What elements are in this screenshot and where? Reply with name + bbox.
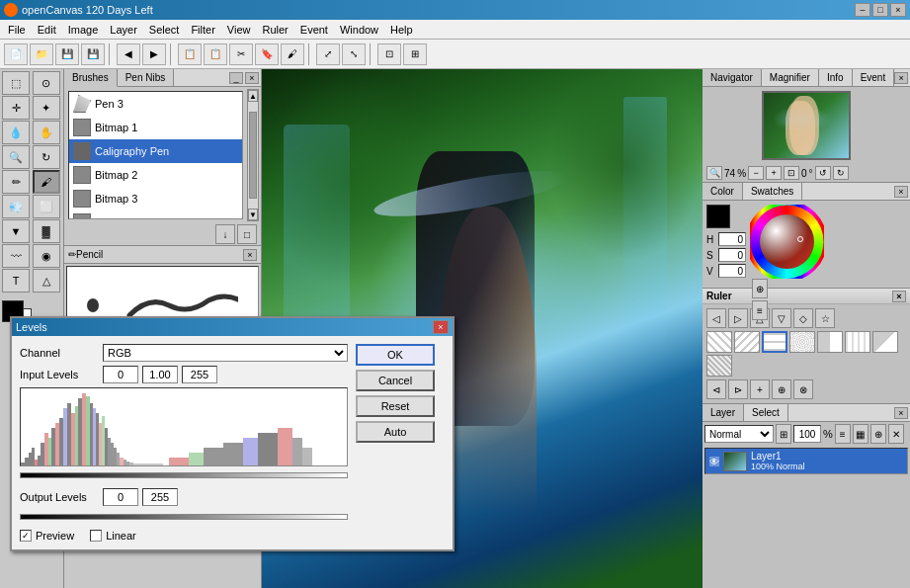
tool-text[interactable]: T [2, 269, 30, 293]
layer-icon-4[interactable]: ⊕ [870, 424, 886, 444]
reset-button[interactable]: Reset [356, 395, 435, 417]
brush-action-1[interactable]: ↓ [215, 224, 235, 244]
linear-checkbox[interactable] [90, 530, 102, 542]
tab-navigator[interactable]: Navigator [703, 69, 762, 86]
input-low[interactable] [103, 366, 138, 383]
menu-event[interactable]: Event [294, 22, 334, 38]
channel-select[interactable]: RGB [103, 344, 348, 362]
s-value[interactable] [718, 248, 746, 262]
color-close[interactable]: × [894, 186, 908, 198]
tool-fill[interactable]: ▼ [2, 219, 30, 243]
tool-pencil[interactable]: ✏ [2, 170, 30, 194]
transform2-btn[interactable]: ⤡ [342, 43, 366, 65]
ok-button[interactable]: OK [356, 344, 435, 366]
nav-close[interactable]: × [894, 72, 908, 84]
undo-btn[interactable]: ◀ [117, 43, 140, 65]
levels-close-btn[interactable]: × [433, 320, 449, 334]
preview-checkbox[interactable] [20, 530, 32, 542]
brush-calligraphy[interactable]: Caligraphy Pen [69, 139, 242, 163]
tab-layer[interactable]: Layer [703, 404, 744, 421]
tool-erase[interactable]: ⬜ [33, 195, 60, 218]
tab-pen-nibs[interactable]: Pen Nibs [118, 69, 175, 86]
tab-info[interactable]: Info [819, 69, 853, 86]
redo-btn[interactable]: ▶ [142, 43, 166, 65]
h-value[interactable] [718, 232, 746, 246]
save-btn[interactable]: 💾 [55, 43, 79, 65]
tool-lasso[interactable]: ⊙ [33, 71, 60, 95]
crop-btn[interactable]: ⊡ [377, 43, 401, 65]
ruler-move-1[interactable]: ⊲ [706, 379, 726, 399]
more-btn[interactable]: ⊞ [403, 43, 427, 65]
ruler-pat-5[interactable] [817, 331, 843, 353]
brush-list[interactable]: Pen 3 Bitmap 1 Caligraphy Pen Bitma [68, 91, 243, 219]
tab-magnifier[interactable]: Magnifier [762, 69, 819, 86]
v-value[interactable] [718, 264, 746, 278]
menu-image[interactable]: Image [62, 22, 105, 38]
brushes-close[interactable]: × [245, 72, 259, 84]
transform-btn[interactable]: ⤢ [316, 43, 340, 65]
layer-close[interactable]: × [894, 407, 908, 419]
tool-shape[interactable]: △ [33, 269, 60, 293]
layer-icon-3[interactable]: ▦ [853, 424, 869, 444]
ruler-pat-2[interactable] [734, 331, 760, 353]
tab-swatches[interactable]: Swatches [743, 183, 802, 200]
tool-eyedrop[interactable]: 💧 [2, 121, 30, 144]
layer-icon-2[interactable]: ≡ [835, 424, 851, 444]
brush-action-2[interactable]: □ [237, 224, 257, 244]
pencil-close[interactable]: × [243, 249, 257, 261]
ruler-pat-3[interactable] [762, 331, 787, 353]
zoom-out-btn[interactable]: 🔍 [706, 166, 722, 180]
ruler-move-3[interactable]: + [750, 379, 770, 399]
tool-rotate[interactable]: ↻ [33, 145, 60, 169]
tool-hand[interactable]: ✋ [33, 121, 60, 144]
auto-button[interactable]: Auto [356, 421, 435, 443]
layer-icon-5[interactable]: ✕ [888, 424, 904, 444]
layer-opacity-input[interactable] [793, 425, 821, 443]
ruler-pat-8[interactable] [706, 355, 732, 377]
ruler-tool-2[interactable]: ▷ [728, 308, 748, 328]
tool-gradient[interactable]: ▓ [33, 219, 60, 243]
tool-select-rect[interactable]: ⬚ [2, 71, 30, 95]
layer-vis-icon[interactable]: 👁 [709, 457, 719, 466]
ruler-tool-1[interactable]: ◁ [706, 308, 726, 328]
brush-bitmap1[interactable]: Bitmap 1 [69, 116, 242, 139]
ruler-pat-7[interactable] [872, 331, 898, 353]
minimize-button[interactable]: – [855, 3, 870, 17]
cut-btn[interactable]: ✂ [229, 43, 253, 65]
color-icon-2[interactable]: ≡ [752, 300, 768, 320]
maximize-button[interactable]: □ [872, 3, 888, 17]
scroll-up[interactable]: ▲ [248, 90, 258, 102]
ruler-pat-6[interactable] [845, 331, 870, 353]
layer-list[interactable]: 👁 Layer1 100% Normal [704, 448, 908, 474]
ruler-move-5[interactable]: ⊗ [793, 379, 813, 399]
layer-mode-select[interactable]: Normal [704, 425, 774, 443]
output-low[interactable] [103, 488, 138, 506]
menu-file[interactable]: File [2, 22, 32, 38]
paste-btn[interactable]: 📋 [204, 43, 227, 65]
menu-help[interactable]: Help [384, 22, 419, 38]
tool-zoom[interactable]: 🔍 [2, 145, 30, 169]
brush-bitmap4[interactable]: Bitmap 4 [69, 210, 242, 219]
brush-pen3[interactable]: Pen 3 [69, 92, 242, 116]
menu-edit[interactable]: Edit [32, 22, 62, 38]
ruler-close[interactable]: × [892, 291, 906, 302]
tool-magic-wand[interactable]: ✦ [33, 96, 60, 120]
brush-bitmap3[interactable]: Bitmap 3 [69, 187, 242, 210]
rotate-cw[interactable]: ↻ [833, 166, 849, 180]
ruler-pat-4[interactable] [789, 331, 815, 353]
tool-smudge[interactable]: 〰 [2, 244, 30, 268]
input-mid[interactable] [142, 366, 178, 383]
fill-btn[interactable]: 🖌 [281, 43, 304, 65]
menu-window[interactable]: Window [334, 22, 384, 38]
tab-select[interactable]: Select [744, 404, 788, 421]
zoom-plus[interactable]: + [766, 166, 782, 180]
tab-brushes[interactable]: Brushes [64, 69, 118, 87]
menu-layer[interactable]: Layer [104, 22, 143, 38]
layer-icon-1[interactable]: ⊞ [776, 424, 791, 444]
scroll-down[interactable]: ▼ [248, 209, 258, 220]
ruler-move-4[interactable]: ⊕ [772, 379, 791, 399]
scroll-thumb[interactable] [249, 112, 257, 199]
new-btn[interactable]: 📄 [4, 43, 28, 65]
layer-item-1[interactable]: 👁 Layer1 100% Normal [705, 449, 907, 473]
color-icon-1[interactable]: ⊕ [752, 279, 768, 298]
